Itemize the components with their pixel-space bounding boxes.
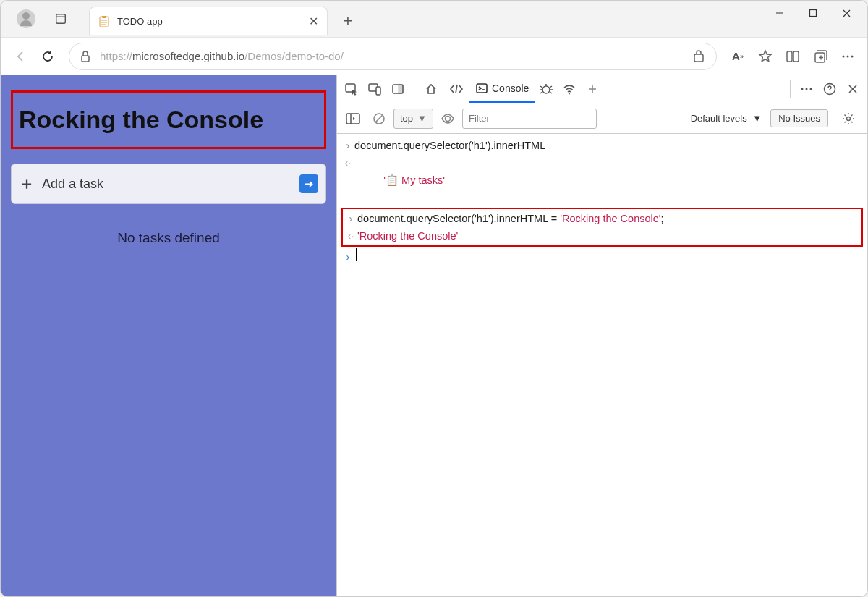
log-levels-selector[interactable]: Default levels ▼ — [685, 113, 768, 124]
devtools-tabbar: Console — [337, 75, 867, 103]
svg-point-36 — [847, 117, 851, 120]
add-task-placeholder: Add a task — [42, 177, 299, 192]
console-prompt[interactable]: › — [341, 248, 863, 266]
more-tabs-icon[interactable] — [581, 77, 604, 101]
favorite-star-icon[interactable] — [752, 43, 779, 70]
svg-point-35 — [445, 116, 450, 121]
svg-point-27 — [801, 88, 804, 90]
address-toolbar: https://microsoftedge.github.io/Demos/de… — [1, 37, 867, 75]
close-window-button[interactable] — [830, 1, 863, 25]
url-host: microsoftedge.github.io — [132, 50, 244, 62]
svg-point-25 — [542, 86, 550, 93]
code-c: ; — [661, 213, 664, 224]
svg-rect-2 — [100, 17, 109, 27]
devtools-close-icon[interactable] — [841, 77, 864, 101]
titlebar-left — [1, 1, 76, 37]
context-label: top — [400, 113, 413, 124]
more-menu-icon[interactable] — [834, 43, 861, 70]
toggle-sidebar-icon[interactable] — [341, 107, 365, 130]
code-b: 'Rocking the Console' — [560, 213, 660, 224]
split-screen-icon[interactable] — [779, 43, 807, 70]
svg-point-18 — [851, 55, 854, 57]
issues-button[interactable]: No Issues — [770, 109, 828, 127]
levels-label: Default levels — [691, 113, 747, 124]
bug-icon[interactable] — [535, 77, 558, 101]
console-return-line: ‹· 'Rocking the Console' — [344, 227, 860, 245]
console-input-line: › document.querySelector('h1').innerHTML… — [344, 210, 860, 227]
chevron-down-icon: ▼ — [417, 113, 427, 124]
browser-tab[interactable]: TODO app ✕ — [89, 7, 328, 35]
svg-rect-23 — [399, 85, 403, 93]
svg-rect-8 — [810, 10, 817, 17]
collections-icon[interactable] — [807, 43, 834, 70]
input-chevron-icon: › — [344, 210, 357, 227]
highlighted-lines: › document.querySelector('h1').innerHTML… — [341, 208, 863, 247]
dock-side-icon[interactable] — [386, 77, 409, 101]
devtools-more-icon[interactable] — [795, 77, 818, 101]
svg-rect-0 — [56, 14, 66, 24]
console-output[interactable]: › document.querySelector('h1').innerHTML… — [337, 134, 867, 597]
svg-rect-12 — [694, 54, 703, 62]
issues-label: No Issues — [778, 113, 820, 124]
svg-point-28 — [806, 88, 808, 90]
svg-rect-3 — [102, 16, 106, 18]
add-task-field[interactable]: ＋ Add a task ➜ — [11, 164, 326, 204]
console-return: 'Rocking the Console' — [357, 227, 860, 245]
svg-point-26 — [569, 93, 570, 94]
lock-icon[interactable] — [80, 50, 91, 63]
tab-welcome[interactable] — [419, 75, 443, 103]
back-button[interactable] — [7, 43, 34, 70]
url-prefix: https:// — [100, 50, 132, 62]
ret-text: My tasks — [401, 174, 443, 186]
help-icon[interactable] — [818, 77, 841, 101]
console-settings-icon[interactable] — [837, 107, 860, 130]
network-conditions-icon[interactable] — [558, 77, 581, 101]
return-chevron-icon: ‹· — [341, 154, 354, 172]
separator — [790, 80, 791, 98]
maximize-button[interactable] — [796, 1, 830, 25]
filter-input[interactable] — [462, 109, 597, 129]
svg-point-17 — [847, 55, 849, 57]
new-tab-button[interactable]: + — [333, 7, 362, 35]
submit-task-icon[interactable]: ➜ — [299, 174, 318, 193]
device-emulation-icon[interactable] — [363, 77, 386, 101]
console-return: '📋 My tasks' — [354, 154, 863, 206]
svg-point-16 — [843, 55, 845, 57]
separator — [414, 80, 414, 98]
todo-page: Rocking the Console ＋ Add a task ➜ No ta… — [1, 75, 336, 597]
console-return-line: ‹· '📋 My tasks' — [341, 154, 863, 206]
svg-line-34 — [376, 115, 383, 122]
workspaces-icon[interactable] — [50, 8, 72, 30]
url-text: https://microsoftedge.github.io/Demos/de… — [100, 50, 344, 62]
svg-rect-11 — [82, 56, 89, 62]
read-aloud-icon[interactable]: A» — [724, 43, 752, 70]
tab-console[interactable]: Console — [469, 75, 535, 103]
console-code: document.querySelector('h1').innerHTML =… — [357, 210, 860, 227]
minimize-button[interactable] — [763, 1, 796, 25]
svg-rect-13 — [787, 51, 792, 62]
profile-avatar-icon[interactable] — [17, 9, 35, 28]
empty-state-text: No tasks defined — [7, 230, 331, 246]
tab-close-icon[interactable]: ✕ — [309, 14, 318, 28]
svg-rect-14 — [793, 51, 799, 62]
devtools-panel: Console — [336, 75, 867, 597]
plus-icon: ＋ — [19, 173, 35, 195]
tab-title: TODO app — [117, 16, 309, 27]
input-chevron-icon: › — [341, 137, 354, 154]
console-toolbar: top ▼ Default levels ▼ No Issues — [337, 103, 867, 134]
refresh-button[interactable] — [34, 43, 61, 70]
context-selector[interactable]: top ▼ — [393, 109, 433, 129]
return-chevron-icon: ‹· — [344, 227, 357, 245]
live-expression-icon[interactable] — [436, 107, 459, 130]
shopping-icon[interactable] — [692, 50, 706, 63]
ret-prefix: '📋 — [383, 174, 401, 186]
tab-elements[interactable] — [443, 75, 469, 103]
window-controls — [763, 1, 863, 25]
console-input-line: › document.querySelector('h1').innerHTML — [341, 137, 863, 154]
text-cursor — [356, 248, 357, 261]
inspect-element-icon[interactable] — [340, 77, 363, 101]
ret-suffix: ' — [443, 174, 445, 186]
url-box[interactable]: https://microsoftedge.github.io/Demos/de… — [69, 43, 717, 70]
clear-console-icon[interactable] — [367, 107, 391, 130]
code-a: document.querySelector('h1').innerHTML = — [357, 213, 560, 224]
